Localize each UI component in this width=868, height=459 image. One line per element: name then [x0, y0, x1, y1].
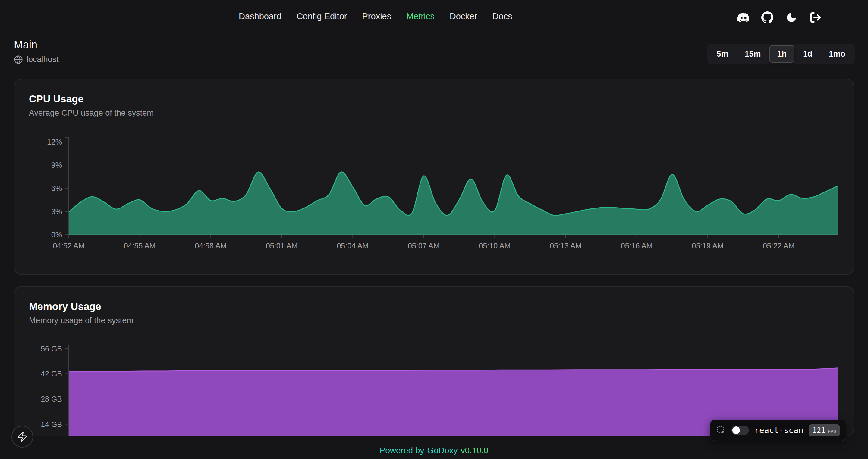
main-nav: Dashboard Config Editor Proxies Metrics …: [239, 11, 513, 21]
cpu-usage-card: CPU Usage Average CPU usage of the syste…: [14, 78, 854, 275]
nav-docker[interactable]: Docker: [450, 11, 477, 21]
react-scan-label: react-scan: [754, 426, 804, 435]
svg-text:42 GB: 42 GB: [41, 369, 62, 378]
cpu-usage-chart: 0%3%6%9%12%04:52 AM04:55 AM04:58 AM05:01…: [29, 135, 839, 254]
page-title: Main: [14, 38, 59, 51]
cpu-card-subtitle: Average CPU usage of the system: [29, 108, 839, 118]
time-range-1d[interactable]: 1d: [795, 45, 820, 63]
svg-text:9%: 9%: [51, 161, 62, 169]
svg-text:56 GB: 56 GB: [41, 345, 62, 353]
cpu-card-title: CPU Usage: [29, 93, 839, 105]
svg-text:05:04 AM: 05:04 AM: [337, 241, 369, 250]
inspect-icon[interactable]: [716, 426, 726, 435]
svg-text:28 GB: 28 GB: [41, 395, 62, 403]
memory-card-title: Memory Usage: [29, 301, 839, 312]
time-range-1h[interactable]: 1h: [769, 45, 795, 63]
time-range-15m[interactable]: 15m: [737, 45, 769, 63]
devtools-bolt-button[interactable]: [11, 426, 33, 448]
svg-text:6%: 6%: [51, 184, 62, 192]
svg-text:04:52 AM: 04:52 AM: [53, 241, 85, 250]
dark-mode-icon[interactable]: [785, 11, 798, 24]
discord-icon[interactable]: [737, 11, 750, 24]
header-icons: [737, 11, 822, 24]
svg-text:05:07 AM: 05:07 AM: [408, 241, 440, 250]
globe-icon: [14, 55, 23, 64]
toggle-knob: [733, 426, 740, 434]
host-label: localhost: [27, 55, 59, 64]
fps-badge: 121 FPS: [809, 424, 840, 436]
svg-text:3%: 3%: [51, 207, 62, 216]
footer: Powered by GoDoxy v0.10.0: [0, 446, 868, 455]
logout-icon[interactable]: [809, 11, 822, 24]
page-head: Main localhost: [14, 38, 59, 64]
time-range-1mo[interactable]: 1mo: [821, 45, 853, 63]
svg-text:04:55 AM: 04:55 AM: [124, 241, 156, 250]
time-range-selector: 5m 15m 1h 1d 1mo: [707, 44, 855, 64]
powered-by-text: Powered by: [380, 446, 424, 455]
nav-config-editor[interactable]: Config Editor: [297, 11, 347, 21]
lightning-icon: [17, 431, 28, 442]
svg-text:05:19 AM: 05:19 AM: [692, 241, 724, 250]
react-scan-widget: react-scan 121 FPS: [710, 420, 846, 441]
fps-value: 121: [812, 426, 825, 435]
svg-text:05:22 AM: 05:22 AM: [763, 241, 795, 250]
version-text: v0.10.0: [461, 446, 489, 455]
godoxy-link[interactable]: GoDoxy: [427, 446, 458, 455]
svg-text:0%: 0%: [51, 230, 62, 239]
svg-text:05:16 AM: 05:16 AM: [621, 241, 653, 250]
fps-unit: FPS: [828, 429, 836, 434]
nav-metrics[interactable]: Metrics: [406, 11, 434, 21]
github-icon[interactable]: [761, 11, 774, 24]
svg-text:12%: 12%: [47, 138, 62, 146]
svg-text:05:01 AM: 05:01 AM: [266, 241, 298, 250]
react-scan-toggle[interactable]: [732, 426, 749, 435]
nav-proxies[interactable]: Proxies: [362, 11, 392, 21]
svg-text:14 GB: 14 GB: [41, 420, 62, 429]
svg-text:04:58 AM: 04:58 AM: [195, 241, 227, 250]
memory-card-subtitle: Memory usage of the system: [29, 316, 839, 325]
time-range-5m[interactable]: 5m: [709, 45, 736, 63]
svg-text:05:10 AM: 05:10 AM: [479, 241, 511, 250]
nav-dashboard[interactable]: Dashboard: [239, 11, 281, 21]
memory-usage-card: Memory Usage Memory usage of the system …: [14, 286, 854, 436]
nav-docs[interactable]: Docs: [493, 11, 513, 21]
svg-text:05:13 AM: 05:13 AM: [550, 241, 582, 250]
